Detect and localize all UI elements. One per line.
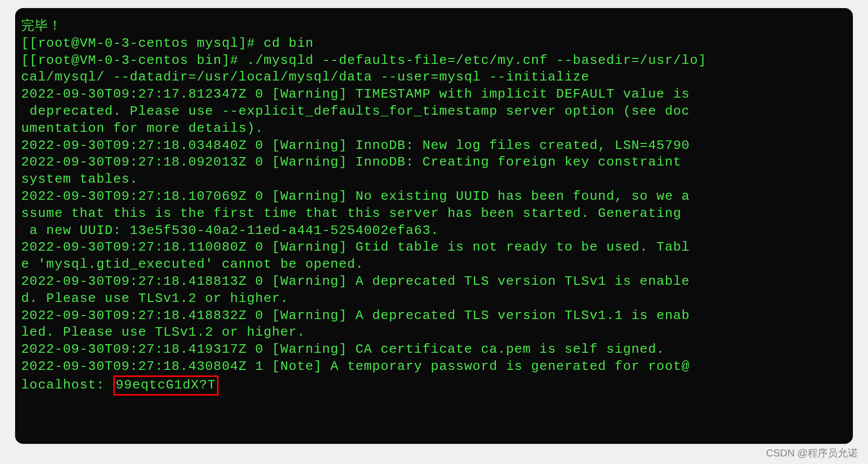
terminal-window: 完毕！ [[root@VM-0-3-centos mysql]# cd bin … xyxy=(15,8,853,444)
output-line: 2022-09-30T09:27:18.034840Z 0 [Warning] … xyxy=(21,138,690,153)
output-line: 2022-09-30T09:27:18.107069Z 0 [Warning] … xyxy=(21,189,690,204)
password-highlight: 99eqtcG1dX?T xyxy=(113,375,219,396)
output-line: 2022-09-30T09:27:18.418813Z 0 [Warning] … xyxy=(21,274,690,289)
bracket-icon: ] xyxy=(698,53,707,68)
output-line: ssume that this is the first time that t… xyxy=(21,206,682,221)
output-line: 2022-09-30T09:27:18.110080Z 0 [Warning] … xyxy=(21,240,690,255)
output-line: led. Please use TLSv1.2 or higher. xyxy=(21,325,306,340)
shell-prompt: [root@VM-0-3-centos bin]# xyxy=(30,53,247,68)
output-line: 2022-09-30T09:27:18.419317Z 0 [Warning] … xyxy=(21,342,665,357)
output-line: e 'mysql.gtid_executed' cannot be opened… xyxy=(21,257,364,272)
output-line: d. Please use TLSv1.2 or higher. xyxy=(21,291,288,306)
output-line: cal/mysql/ --datadir=/usr/local/mysql/da… xyxy=(21,69,590,85)
output-line: a new UUID: 13e5f530-40a2-11ed-a441-5254… xyxy=(21,223,439,238)
output-line: 2022-09-30T09:27:18.418832Z 0 [Warning] … xyxy=(21,308,690,323)
output-line: deprecated. Please use --explicit_defaul… xyxy=(21,104,690,119)
command-text: cd bin xyxy=(263,36,314,51)
watermark: CSDN @程序员允诺 xyxy=(766,446,858,460)
bracket-icon: [ xyxy=(21,53,30,68)
command-text: ./mysqld --defaults-file=/etc/my.cnf --b… xyxy=(247,53,698,68)
output-line: 2022-09-30T09:27:17.812347Z 0 [Warning] … xyxy=(21,87,690,102)
bracket-icon: [ xyxy=(21,36,30,51)
output-line-prefix: localhost: xyxy=(21,377,113,393)
shell-prompt: [root@VM-0-3-centos mysql]# xyxy=(30,36,264,51)
output-line: 2022-09-30T09:27:18.430804Z 1 [Note] A t… xyxy=(21,359,690,374)
output-line: 2022-09-30T09:27:18.092013Z 0 [Warning] … xyxy=(21,154,690,170)
output-line: umentation for more details). xyxy=(21,121,263,136)
terminal-output: 完毕！ [[root@VM-0-3-centos mysql]# cd bin … xyxy=(21,18,847,396)
output-line: 完毕！ xyxy=(21,19,62,34)
output-line: system tables. xyxy=(21,172,138,187)
